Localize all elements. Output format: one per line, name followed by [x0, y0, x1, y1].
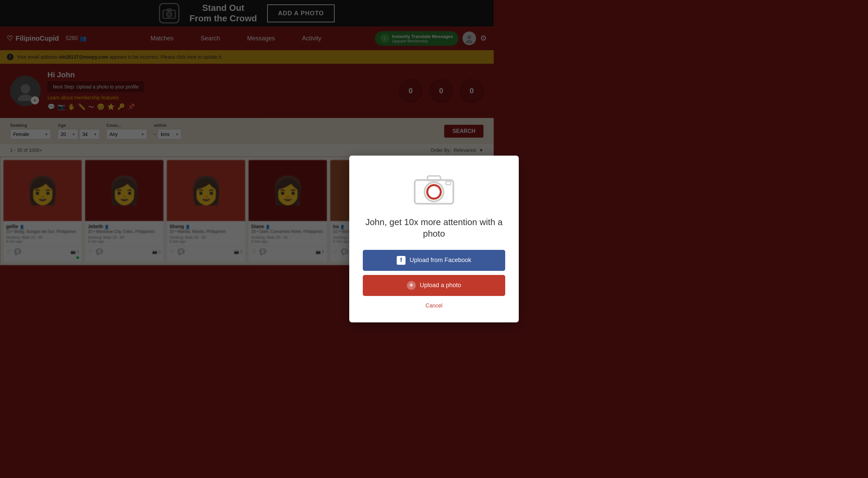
upload-facebook-button[interactable]: f Upload from Facebook — [363, 250, 494, 271]
modal-title: John, get 10x more attention with a phot… — [363, 217, 494, 240]
svg-rect-13 — [446, 181, 451, 185]
modal-camera-icon — [412, 173, 456, 206]
modal-overlay: John, get 10x more attention with a phot… — [0, 0, 494, 271]
svg-point-11 — [430, 188, 438, 196]
upload-photo-modal: John, get 10x more attention with a phot… — [349, 156, 494, 271]
upload-facebook-label: Upload from Facebook — [410, 257, 471, 264]
facebook-icon: f — [397, 256, 406, 265]
